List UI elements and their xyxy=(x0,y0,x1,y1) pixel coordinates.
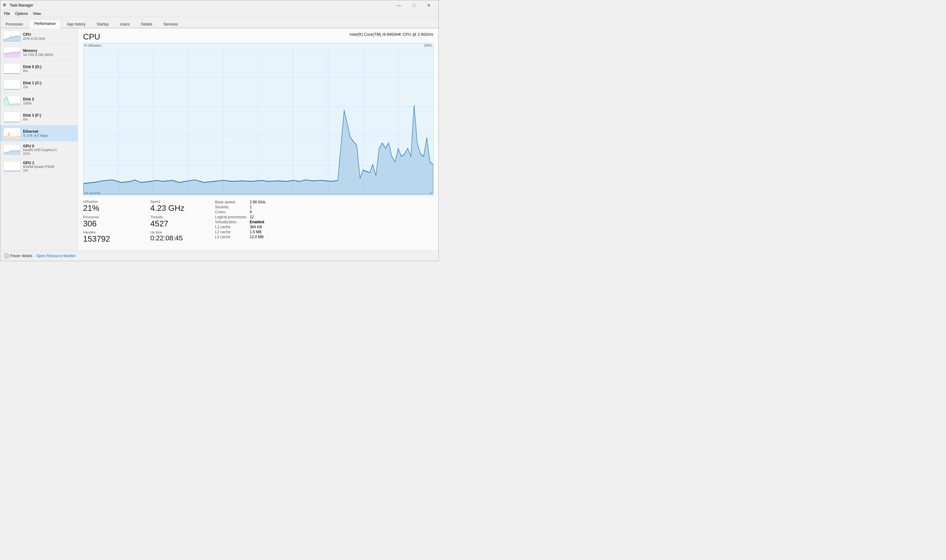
cores-val: 6 xyxy=(250,209,265,215)
threads-value: 4527 xyxy=(150,219,208,228)
speed-value: 4.23 GHz xyxy=(150,204,208,213)
sidebar: CPU 21% 4.23 GHz Memory 14.7/31.8 GB (46… xyxy=(0,28,78,250)
l1-cache-key: L1 cache: xyxy=(215,225,250,229)
chart-y-label: % Utilization xyxy=(84,44,101,47)
menu-view[interactable]: View xyxy=(31,11,43,17)
speed-stat: Speed 4.23 GHz xyxy=(150,200,208,213)
tab-startup[interactable]: Startup xyxy=(91,20,114,28)
base-speed-val: 2.90 GHz xyxy=(250,200,265,205)
sidebar-item-memory[interactable]: Memory 14.7/31.8 GB (46%) xyxy=(0,45,78,61)
gpu0-sidebar-value: 21% xyxy=(23,152,75,155)
handles-label: Handles xyxy=(83,231,140,234)
ethernet-sidebar-value: S: 0 R: 8.0 Kbps xyxy=(23,134,75,137)
sidebar-item-ethernet[interactable]: Ethernet S: 0 R: 8.0 Kbps xyxy=(0,125,78,142)
stats-row: Utilization 21% Speed 4.23 GHz Processes… xyxy=(83,200,434,243)
disk1-sidebar-label: Disk 1 (C:) xyxy=(23,81,75,85)
close-button[interactable]: ✕ xyxy=(422,0,436,10)
virtualization-row: Virtualization: Enabled xyxy=(215,220,265,225)
sockets-val: 1 xyxy=(250,205,265,209)
sidebar-item-gpu0[interactable]: GPU 0 Intel(R) UHD Graphics 6 21% xyxy=(0,142,78,158)
cores-key: Cores: xyxy=(215,209,250,215)
sidebar-item-disk0[interactable]: Disk 0 (D:) 0% xyxy=(0,61,78,77)
window-controls: — □ ✕ xyxy=(392,0,436,10)
disk2-mini-graph xyxy=(3,95,20,106)
main-header: CPU Intel(R) Core(TM) i9-8950HK CPU @ 2.… xyxy=(83,32,434,42)
threads-stat: Threads 4527 xyxy=(150,215,208,228)
virtualization-key: Virtualization: xyxy=(215,220,250,225)
disk2-sidebar-info: Disk 2 100% xyxy=(23,97,75,105)
minimize-button[interactable]: — xyxy=(392,0,406,10)
cpu-model: Intel(R) Core(TM) i9-8950HK CPU @ 2.90GH… xyxy=(349,32,434,37)
disk2-sidebar-label: Disk 2 xyxy=(23,97,75,102)
cores-row: Cores: 6 xyxy=(215,209,265,215)
menu-options[interactable]: Options xyxy=(12,11,30,17)
disk1-sidebar-value: 1% xyxy=(23,85,75,89)
gpu0-sidebar-label: GPU 0 xyxy=(23,144,75,148)
cpu-sidebar-info: CPU 21% 4.23 GHz xyxy=(23,32,75,40)
chart-y-max: 100% xyxy=(424,44,432,47)
tab-details[interactable]: Details xyxy=(136,20,158,28)
utilization-value: 21% xyxy=(83,204,140,213)
maximize-button[interactable]: □ xyxy=(407,0,421,10)
cpu-chart-svg xyxy=(83,48,433,194)
tab-services[interactable]: Services xyxy=(158,20,183,28)
gpu1-sidebar-sublabel: NVIDIA Quadro P3200 xyxy=(23,165,75,169)
gpu1-mini-graph xyxy=(3,161,20,172)
fewer-details-button[interactable]: ∧ Fewer details xyxy=(4,254,32,258)
memory-sidebar-label: Memory xyxy=(23,49,75,53)
base-speed-row: Base speed: 2.90 GHz xyxy=(215,200,265,205)
ethernet-mini-graph xyxy=(3,128,20,138)
utilization-label: Utilization xyxy=(83,200,140,203)
l3-cache-val: 12.0 MB xyxy=(250,234,265,239)
disk0-sidebar-info: Disk 0 (D:) 0% xyxy=(23,65,75,73)
tab-processes[interactable]: Processes xyxy=(0,20,28,28)
tab-users[interactable]: Users xyxy=(114,20,135,28)
base-speed-key: Base speed: xyxy=(215,200,250,205)
speed-label: Speed xyxy=(150,200,208,203)
handles-value: 153792 xyxy=(83,234,140,243)
svg-marker-0 xyxy=(4,35,20,42)
fewer-details-label: Fewer details xyxy=(10,254,32,258)
gpu1-sidebar-label: GPU 1 xyxy=(23,161,75,165)
tab-app-history[interactable]: App history xyxy=(62,20,91,28)
tab-performance[interactable]: Performance xyxy=(29,19,61,28)
l1-cache-val: 384 KB xyxy=(250,225,265,229)
title-bar-left: ⚙ Task Manager xyxy=(3,3,33,8)
disk1-sidebar-info: Disk 1 (C:) 1% xyxy=(23,81,75,89)
cpu-sidebar-label: CPU xyxy=(23,32,75,37)
menu-file[interactable]: File xyxy=(2,11,12,17)
sidebar-item-gpu1[interactable]: GPU 1 NVIDIA Quadro P3200 1% xyxy=(0,158,78,175)
menu-bar: File Options View xyxy=(0,10,438,17)
sidebar-item-disk1[interactable]: Disk 1 (C:) 1% xyxy=(0,77,78,93)
virtualization-val: Enabled xyxy=(250,220,265,225)
tab-bar: Processes Performance App history Startu… xyxy=(0,17,438,28)
title-bar: ⚙ Task Manager — □ ✕ xyxy=(0,0,438,10)
open-resource-monitor-link[interactable]: Open Resource Monitor xyxy=(36,254,76,258)
uptime-value: 0:22:08:45 xyxy=(150,234,208,242)
sockets-row: Sockets: 1 xyxy=(215,205,265,209)
disk3-sidebar-label: Disk 3 (F:) xyxy=(23,113,75,117)
disk0-sidebar-label: Disk 0 (D:) xyxy=(23,65,75,69)
processes-stat: Processes 306 xyxy=(83,215,140,228)
sidebar-item-disk2[interactable]: Disk 2 100% xyxy=(0,93,78,109)
logical-processors-key: Logical processors: xyxy=(215,215,250,220)
gpu0-sidebar-sublabel: Intel(R) UHD Graphics 6 xyxy=(23,148,75,152)
utilization-stat: Utilization 21% xyxy=(83,200,140,213)
sidebar-item-cpu[interactable]: CPU 21% 4.23 GHz xyxy=(0,28,78,45)
processes-label: Processes xyxy=(83,215,140,219)
main-title: CPU xyxy=(83,32,100,42)
processes-value: 306 xyxy=(83,219,140,228)
content-area: CPU 21% 4.23 GHz Memory 14.7/31.8 GB (46… xyxy=(0,28,438,250)
sockets-key: Sockets: xyxy=(215,205,250,209)
uptime-stat: Up time 0:22:08:45 xyxy=(150,231,208,243)
logical-processors-row: Logical processors: 12 xyxy=(215,215,265,220)
l2-cache-row: L2 cache: 1.5 MB xyxy=(215,229,265,234)
disk2-sidebar-value: 100% xyxy=(23,102,75,105)
l2-cache-val: 1.5 MB xyxy=(250,229,265,234)
logical-processors-val: 12 xyxy=(250,215,265,220)
bottom-bar: ∧ Fewer details Open Resource Monitor xyxy=(0,250,438,261)
svg-marker-4 xyxy=(4,97,20,106)
memory-sidebar-value: 14.7/31.8 GB (46%) xyxy=(23,53,75,57)
cpu-chart: % Utilization 100% 60 seconds 0 xyxy=(83,43,434,196)
sidebar-item-disk3[interactable]: Disk 3 (F:) 0% xyxy=(0,109,78,125)
